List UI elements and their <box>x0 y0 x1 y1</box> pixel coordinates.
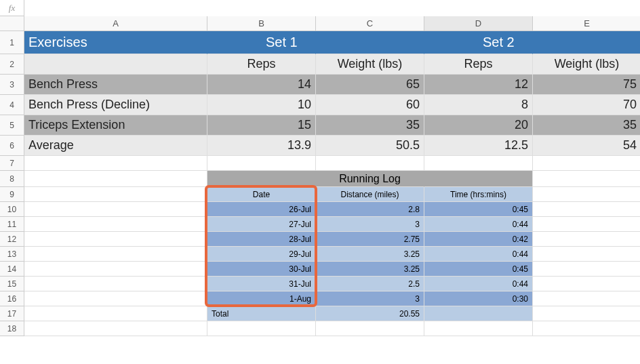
row-header-11[interactable]: 11 <box>0 217 24 232</box>
cell-D14[interactable]: 0:45 <box>424 262 533 277</box>
cell-B6[interactable]: 13.9 <box>207 136 316 156</box>
cell-B8[interactable] <box>207 171 316 187</box>
cell-B10[interactable]: 26-Jul <box>207 202 316 217</box>
cell-D16[interactable]: 0:30 <box>424 291 533 306</box>
cell-A9[interactable] <box>24 187 207 202</box>
cell-C1[interactable]: Set 1 <box>316 31 424 54</box>
col-header-B[interactable]: B <box>207 16 316 31</box>
cell-E12[interactable] <box>533 232 640 247</box>
cell-B11[interactable]: 27-Jul <box>207 217 316 232</box>
cell-A18[interactable] <box>24 321 207 336</box>
cell-C18[interactable] <box>316 321 424 336</box>
cell-D11[interactable]: 0:44 <box>424 217 533 232</box>
cell-B15[interactable]: 31-Jul <box>207 277 316 291</box>
row-header-10[interactable]: 10 <box>0 202 24 217</box>
cell-D6[interactable]: 12.5 <box>424 136 533 156</box>
cell-D9[interactable]: Time (hrs:mins) <box>424 187 533 202</box>
cell-C4[interactable]: 60 <box>316 95 424 115</box>
col-header-D[interactable]: D <box>424 16 533 31</box>
cell-E14[interactable] <box>533 262 640 277</box>
cell-B5[interactable]: 15 <box>207 115 316 136</box>
cell-A13[interactable] <box>24 247 207 262</box>
cell-C10[interactable]: 2.8 <box>316 202 424 217</box>
cell-A12[interactable] <box>24 232 207 247</box>
cell-E17[interactable] <box>533 306 640 321</box>
cell-D1[interactable] <box>424 31 533 54</box>
cell-A7[interactable] <box>24 156 207 171</box>
cell-D10[interactable]: 0:45 <box>424 202 533 217</box>
cell-E2[interactable]: Weight (lbs) <box>533 54 640 75</box>
cell-D5[interactable]: 20 <box>424 115 533 136</box>
cell-C8[interactable]: Running Log <box>316 171 424 187</box>
cell-C16[interactable]: 3 <box>316 291 424 306</box>
cell-D18[interactable] <box>424 321 533 336</box>
cell-A1[interactable]: Exercises <box>24 31 207 54</box>
cell-D2[interactable]: Reps <box>424 54 533 75</box>
cell-D12[interactable]: 0:42 <box>424 232 533 247</box>
cell-A5[interactable]: Triceps Extension <box>24 115 207 136</box>
cell-B7[interactable] <box>207 156 316 171</box>
cell-C9[interactable]: Distance (miles) <box>316 187 424 202</box>
cell-E5[interactable]: 35 <box>533 115 640 136</box>
cell-B1[interactable] <box>207 31 316 54</box>
row-header-16[interactable]: 16 <box>0 291 24 306</box>
formula-input[interactable] <box>24 0 640 16</box>
col-header-E[interactable]: E <box>533 16 640 31</box>
cell-A17[interactable] <box>24 306 207 321</box>
row-header-2[interactable]: 2 <box>0 54 24 75</box>
cell-E8[interactable] <box>533 171 640 187</box>
cell-E15[interactable] <box>533 277 640 291</box>
cell-D17[interactable] <box>424 306 533 321</box>
row-header-14[interactable]: 14 <box>0 262 24 277</box>
cell-A10[interactable] <box>24 202 207 217</box>
cell-E9[interactable] <box>533 187 640 202</box>
cell-D8[interactable] <box>424 171 533 187</box>
cell-C15[interactable]: 2.5 <box>316 277 424 291</box>
cell-C3[interactable]: 65 <box>316 75 424 95</box>
cell-B17[interactable]: Total <box>207 306 316 321</box>
cell-E11[interactable] <box>533 217 640 232</box>
cell-A4[interactable]: Bench Press (Decline) <box>24 95 207 115</box>
col-header-C[interactable]: C <box>316 16 424 31</box>
cell-E10[interactable] <box>533 202 640 217</box>
cell-A16[interactable] <box>24 291 207 306</box>
cell-C5[interactable]: 35 <box>316 115 424 136</box>
cell-B14[interactable]: 30-Jul <box>207 262 316 277</box>
cell-D4[interactable]: 8 <box>424 95 533 115</box>
cell-A11[interactable] <box>24 217 207 232</box>
cell-C14[interactable]: 3.25 <box>316 262 424 277</box>
row-header-9[interactable]: 9 <box>0 187 24 202</box>
col-header-A[interactable]: A <box>24 16 207 31</box>
cell-A3[interactable]: Bench Press <box>24 75 207 95</box>
cell-C2[interactable]: Weight (lbs) <box>316 54 424 75</box>
cell-A2[interactable] <box>24 54 207 75</box>
cell-B4[interactable]: 10 <box>207 95 316 115</box>
cell-E16[interactable] <box>533 291 640 306</box>
cell-D15[interactable]: 0:44 <box>424 277 533 291</box>
select-all-corner[interactable] <box>0 16 24 31</box>
row-header-5[interactable]: 5 <box>0 115 24 136</box>
cell-E7[interactable] <box>533 156 640 171</box>
cell-B9[interactable]: Date <box>207 187 316 202</box>
cell-C13[interactable]: 3.25 <box>316 247 424 262</box>
cell-C7[interactable] <box>316 156 424 171</box>
row-header-12[interactable]: 12 <box>0 232 24 247</box>
cell-A15[interactable] <box>24 277 207 291</box>
cell-B16[interactable]: 1-Aug <box>207 291 316 306</box>
row-header-18[interactable]: 18 <box>0 321 24 336</box>
cell-E18[interactable] <box>533 321 640 336</box>
cell-C12[interactable]: 2.75 <box>316 232 424 247</box>
cell-A14[interactable] <box>24 262 207 277</box>
cell-D13[interactable]: 0:44 <box>424 247 533 262</box>
cell-D3[interactable]: 12 <box>424 75 533 95</box>
row-header-6[interactable]: 6 <box>0 136 24 156</box>
cell-B18[interactable] <box>207 321 316 336</box>
row-header-7[interactable]: 7 <box>0 156 24 171</box>
cell-E6[interactable]: 54 <box>533 136 640 156</box>
cell-A6[interactable]: Average <box>24 136 207 156</box>
cell-E3[interactable]: 75 <box>533 75 640 95</box>
cell-D7[interactable] <box>424 156 533 171</box>
cell-B12[interactable]: 28-Jul <box>207 232 316 247</box>
cell-C17[interactable]: 20.55 <box>316 306 424 321</box>
row-header-3[interactable]: 3 <box>0 75 24 95</box>
